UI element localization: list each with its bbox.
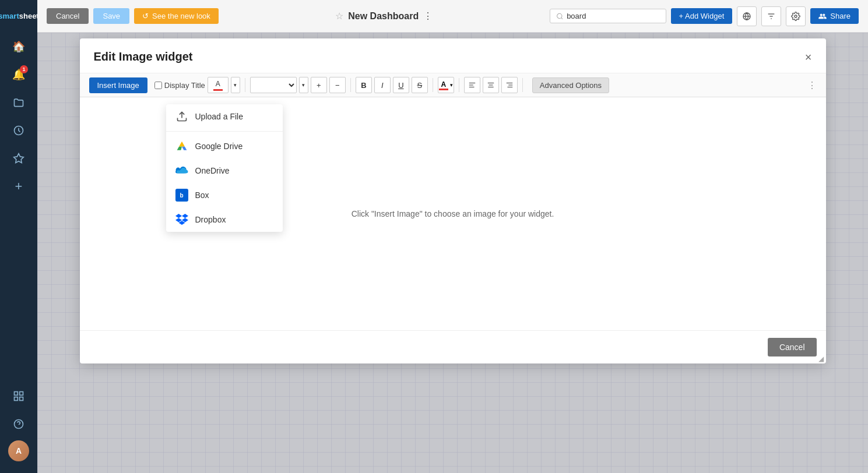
dropbox-label: Dropbox (195, 215, 226, 224)
dashboard-area: Edit Image widget × Insert Image Display… (37, 33, 868, 473)
toolbar-more-icon[interactable]: ⋮ (807, 80, 817, 91)
box-label: Box (195, 190, 209, 200)
search-input[interactable] (567, 12, 659, 20)
svg-point-15 (795, 15, 797, 17)
dashboard-title: New Dashboard (348, 11, 419, 22)
color-indicator (213, 89, 223, 91)
share-button[interactable]: Share (810, 8, 859, 24)
search-icon (556, 12, 564, 20)
font-family-select[interactable] (250, 77, 297, 93)
settings-icon-button[interactable] (786, 6, 806, 26)
modal-footer: Cancel (80, 330, 826, 363)
logo: smartsheet (0, 7, 41, 26)
upload-icon (175, 110, 188, 123)
footer-cancel-button[interactable]: Cancel (768, 338, 817, 356)
topbar: Cancel Save ↺ See the new look ☆ New Das… (37, 0, 868, 33)
font-color-icon-btn[interactable]: A (208, 77, 229, 93)
add-widget-button[interactable]: + Add Widget (671, 8, 733, 24)
modal-overlay: Edit Image widget × Insert Image Display… (37, 33, 868, 473)
favorite-star-icon[interactable]: ☆ (335, 10, 343, 22)
new-look-button[interactable]: ↺ See the new look (134, 8, 219, 24)
svg-rect-3 (20, 392, 23, 396)
save-button[interactable]: Save (93, 8, 129, 24)
separator-1 (245, 78, 245, 92)
notification-badge: 1 (20, 65, 28, 73)
onedrive-icon (175, 164, 188, 177)
google-drive-icon (175, 140, 188, 153)
bold-btn[interactable]: B (356, 77, 372, 93)
share-icon (818, 12, 827, 20)
increase-size-btn[interactable]: + (311, 77, 327, 93)
color-dropdown-btn[interactable]: ▾ (231, 77, 240, 93)
text-color-btn[interactable]: A ▾ (438, 77, 454, 93)
modal-body: Upload a File (80, 97, 826, 330)
font-size-dropdown[interactable]: ▾ (299, 77, 308, 93)
modal-header: Edit Image widget × (80, 38, 826, 73)
grid-icon[interactable] (7, 384, 30, 408)
sidebar: smartsheet 🏠 🔔 1 + A (0, 0, 37, 473)
svg-marker-1 (14, 153, 24, 163)
topbar-center: ☆ New Dashboard ⋮ (223, 10, 545, 22)
search-box[interactable] (550, 9, 666, 23)
underline-btn[interactable]: U (393, 77, 409, 93)
main-content: Cancel Save ↺ See the new look ☆ New Das… (37, 0, 868, 473)
display-title-checkbox[interactable] (154, 82, 162, 89)
filter-icon-button[interactable] (761, 6, 781, 26)
more-options-icon[interactable]: ⋮ (423, 10, 433, 22)
align-center-btn[interactable] (483, 77, 499, 93)
svg-rect-4 (15, 397, 18, 401)
svg-point-8 (557, 13, 561, 18)
dropdown-divider (166, 131, 283, 132)
separator-4 (459, 78, 459, 92)
separator-2 (350, 78, 351, 92)
folder-icon[interactable] (7, 91, 30, 114)
cancel-button[interactable]: Cancel (47, 8, 89, 24)
globe-icon-button[interactable] (737, 6, 757, 26)
display-title-group: Display Title (154, 81, 205, 90)
notification-icon[interactable]: 🔔 1 (7, 63, 30, 86)
resize-handle[interactable]: ◢ (817, 354, 826, 363)
google-drive-item[interactable]: Google Drive (166, 134, 283, 158)
align-left-btn[interactable] (464, 77, 480, 93)
star-icon[interactable] (7, 147, 30, 170)
display-title-label: Display Title (164, 81, 205, 90)
new-look-icon: ↺ (142, 12, 149, 20)
insert-image-dropdown: Upload a File (166, 104, 283, 232)
placeholder-text: Click "Insert Image" to choose an image … (352, 209, 554, 218)
home-icon[interactable]: 🏠 (7, 35, 30, 58)
font-color-icon: A (216, 80, 220, 88)
help-icon[interactable] (7, 412, 30, 436)
avatar[interactable]: A (8, 440, 29, 461)
italic-btn[interactable]: I (374, 77, 391, 93)
modal-title: Edit Image widget (94, 50, 193, 63)
box-icon: b (175, 189, 188, 202)
google-drive-label: Google Drive (195, 142, 243, 151)
clock-icon[interactable] (7, 119, 30, 142)
advanced-options-button[interactable]: Advanced Options (532, 77, 609, 93)
insert-image-button[interactable]: Insert Image (89, 77, 147, 93)
svg-rect-2 (15, 392, 18, 396)
separator-3 (433, 78, 433, 92)
upload-file-label: Upload a File (195, 112, 244, 121)
decrease-size-btn[interactable]: − (329, 77, 346, 93)
separator-5 (522, 78, 523, 92)
add-icon[interactable]: + (7, 175, 30, 198)
strikethrough-btn[interactable]: S (412, 77, 428, 93)
topbar-right: + Add Widget Share (550, 6, 859, 26)
svg-rect-5 (20, 397, 23, 401)
edit-image-modal: Edit Image widget × Insert Image Display… (80, 38, 826, 363)
align-right-btn[interactable] (501, 77, 518, 93)
dropbox-item[interactable]: Dropbox (166, 207, 283, 232)
onedrive-label: OneDrive (195, 166, 230, 175)
editor-toolbar: Insert Image Display Title A ▾ (80, 73, 826, 97)
modal-close-button[interactable]: × (805, 51, 812, 63)
onedrive-item[interactable]: OneDrive (166, 158, 283, 183)
box-item[interactable]: b Box (166, 183, 283, 207)
svg-line-9 (561, 17, 562, 19)
dropbox-icon (175, 213, 188, 226)
upload-file-item[interactable]: Upload a File (166, 104, 283, 129)
